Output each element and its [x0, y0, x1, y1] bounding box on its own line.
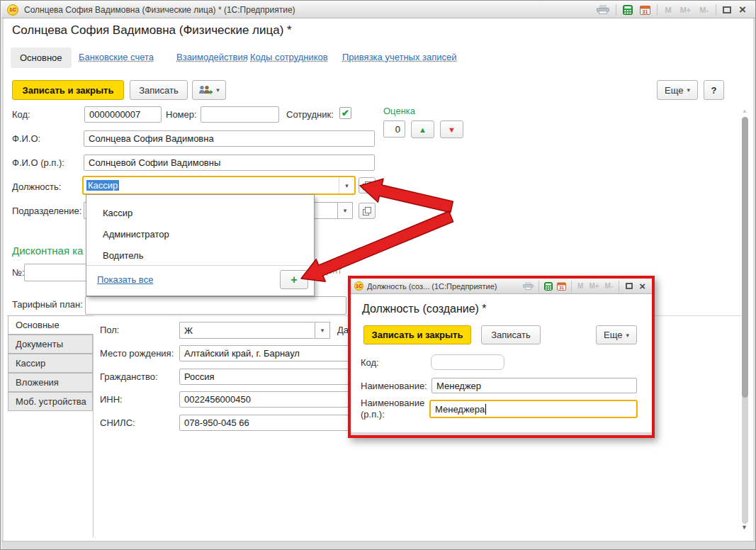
scrollbar-up-button[interactable]: ▲: [742, 108, 747, 114]
tab-employee-codes[interactable]: Коды сотрудников: [250, 52, 328, 62]
tab-account-links[interactable]: Привязка учетных записей: [342, 52, 457, 62]
calculator-icon[interactable]: [542, 279, 555, 293]
side-tab-mobile-devices[interactable]: Моб. устройства: [8, 392, 93, 411]
number-label: Номер:: [166, 109, 197, 120]
citizenship-label: Гражданство:: [100, 371, 158, 382]
position-combobox[interactable]: Кассир ▾: [82, 176, 356, 195]
maximize-icon: [723, 6, 731, 13]
rating-input[interactable]: 0: [383, 120, 405, 138]
citizenship-input[interactable]: Россия: [179, 369, 349, 385]
position-open-button[interactable]: [359, 177, 376, 193]
position-create-window-highlight: 1С Должность (соз... (1С:Предприятие) 31…: [348, 276, 655, 438]
rating-label: Оценка: [383, 106, 415, 116]
memory-recall-button[interactable]: M: [660, 6, 675, 14]
chevron-down-icon: ▾: [626, 332, 629, 339]
more-button-label: Еще: [604, 330, 622, 340]
fio-rp-input[interactable]: Солнцевой Софии Вадимовны: [84, 155, 375, 171]
tariff-plan-input[interactable]: [85, 296, 346, 315]
modal-name-label: Наименование:: [361, 381, 427, 391]
code-input[interactable]: 0000000007: [84, 106, 162, 123]
gender-dropdown-button[interactable]: ▾: [315, 322, 330, 339]
gender-input[interactable]: Ж: [179, 322, 315, 339]
fio-input[interactable]: Солнцева София Вадимовна: [84, 130, 375, 147]
dropdown-item-administrator[interactable]: Администратор: [86, 223, 314, 245]
tab-main[interactable]: Основное: [11, 47, 72, 68]
titlebar: 1С Солнцева София Вадимовна (Физические …: [1, 1, 756, 18]
modal-name-rp-value: Менеджера: [435, 404, 485, 415]
dropdown-item-cashier[interactable]: Кассир: [86, 202, 314, 223]
modal-body: Должность (создание) * Записать и закрыт…: [351, 294, 652, 432]
rating-up-button[interactable]: ▲: [411, 120, 434, 138]
person-add-icon: [198, 85, 213, 96]
modal-name-rp-input[interactable]: Менеджера: [429, 400, 638, 418]
modal-more-button[interactable]: Еще ▾: [596, 325, 637, 344]
close-button[interactable]: ×: [636, 281, 648, 291]
calendar-icon[interactable]: 31: [636, 3, 654, 17]
help-button[interactable]: ?: [704, 80, 724, 100]
maximize-button[interactable]: [622, 279, 636, 293]
position-label: Должность:: [12, 181, 61, 192]
open-form-icon: [363, 181, 371, 190]
tariff-plan-label: Тарифный план:: [12, 299, 83, 310]
chevron-down-icon: ▾: [216, 86, 220, 94]
discount-card-header: Дисконтная ка: [12, 245, 83, 257]
position-input[interactable]: Кассир: [84, 177, 339, 193]
app-window: 1С Солнцева София Вадимовна (Физические …: [0, 0, 756, 550]
inn-input[interactable]: 0022456000450: [179, 391, 349, 408]
titlebar-separator: [571, 281, 572, 292]
scrollbar-track[interactable]: [742, 392, 748, 524]
memory-plus-button[interactable]: M+: [586, 282, 602, 290]
dropdown-item-driver[interactable]: Водитель: [86, 245, 314, 266]
tab-bank-accounts[interactable]: Банковские счета: [79, 52, 154, 62]
calendar-icon[interactable]: 31: [555, 279, 568, 293]
department-open-button[interactable]: [359, 203, 376, 219]
maximize-button[interactable]: [719, 3, 735, 17]
tab-interactions[interactable]: Взаимодействия: [176, 52, 248, 62]
titlebar-separator: [616, 4, 616, 16]
side-tab-attachments[interactable]: Вложения: [8, 373, 93, 392]
memory-recall-button[interactable]: M: [575, 282, 586, 290]
save-close-button[interactable]: Записать и закрыть: [12, 80, 124, 100]
chevron-down-icon: ▾: [321, 327, 325, 334]
scrollbar-down-button[interactable]: ▼: [741, 524, 747, 531]
save-button[interactable]: Записать: [130, 80, 188, 100]
titlebar-separator: [538, 281, 539, 292]
window-frame: [753, 18, 756, 541]
side-tab-cashier[interactable]: Кассир: [8, 354, 93, 373]
position-dropdown-button[interactable]: ▾: [339, 177, 354, 193]
memory-minus-button[interactable]: M-: [695, 6, 713, 14]
tab-panel-divider: [93, 315, 94, 537]
snils-input[interactable]: 078-950-045 66: [179, 415, 349, 431]
side-tab-documents[interactable]: Документы: [8, 335, 93, 354]
memory-plus-button[interactable]: M+: [676, 6, 696, 14]
modal-save-button[interactable]: Записать: [481, 325, 541, 344]
memory-minus-button[interactable]: M-: [602, 282, 616, 290]
rating-down-button[interactable]: ▼: [440, 120, 463, 138]
employee-checkbox[interactable]: ✔: [339, 107, 351, 119]
card-number-label: №:: [12, 267, 25, 278]
more-button[interactable]: Еще ▾: [657, 80, 698, 100]
show-all-link[interactable]: Показать все: [97, 274, 153, 285]
birth-place-input[interactable]: Алтайский край, г. Барнаул: [179, 345, 349, 361]
inn-label: ИНН:: [100, 394, 123, 405]
side-tab-main[interactable]: Основные: [8, 315, 94, 335]
printer-icon[interactable]: [521, 279, 536, 293]
scrollbar-thumb[interactable]: [742, 117, 748, 398]
open-form-icon: [363, 207, 371, 215]
number-input[interactable]: [201, 106, 279, 123]
plus-icon: +: [290, 274, 297, 286]
fio-label: Ф.И.О:: [12, 133, 40, 144]
modal-code-input[interactable]: [431, 354, 504, 370]
create-new-button[interactable]: +: [280, 270, 308, 289]
birth-place-label: Место рождения:: [100, 348, 174, 359]
titlebar-separator: [716, 4, 716, 16]
department-dropdown-button[interactable]: ▾: [337, 202, 353, 219]
modal-save-close-button[interactable]: Записать и закрыть: [363, 325, 471, 344]
modal-name-rp-label: Наименование (р.п.):: [361, 398, 426, 420]
add-person-button[interactable]: ▾: [192, 80, 226, 100]
calculator-icon[interactable]: [619, 3, 636, 17]
modal-titlebar: 1С Должность (соз... (1С:Предприятие) 31…: [351, 279, 652, 294]
close-button[interactable]: ×: [735, 4, 750, 16]
modal-name-input[interactable]: Менеджер: [431, 378, 637, 393]
printer-icon[interactable]: [593, 3, 613, 17]
